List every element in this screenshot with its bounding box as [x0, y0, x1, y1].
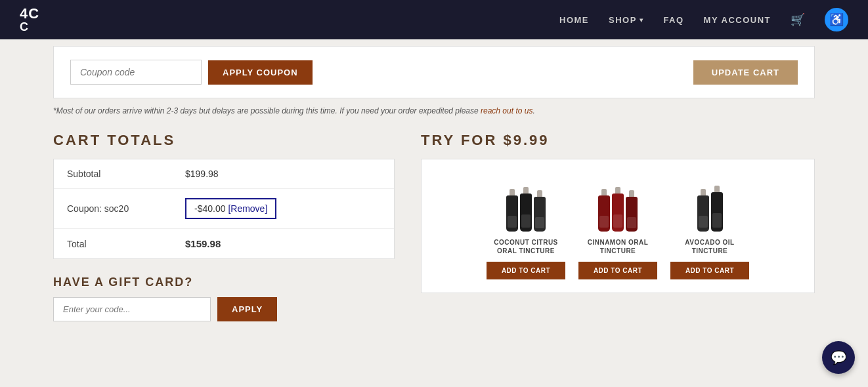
product-card-3: AVOCADO OIL TINCTURE ADD TO CART — [670, 173, 749, 279]
nav-my-account[interactable]: MY ACCOUNT — [704, 15, 771, 25]
accessibility-button[interactable]: ♿ — [825, 8, 848, 31]
coupon-discount: -$40.00 — [194, 203, 225, 214]
nav-home[interactable]: HOME — [559, 15, 589, 25]
bottom-section: CART TOTALS Subtotal $199.98 Coupon: soc… — [53, 132, 815, 321]
coupon-bar-wrapper: APPLY COUPON UPDATE CART — [53, 46, 815, 98]
product-name-3: AVOCADO OIL TINCTURE — [670, 238, 749, 255]
apply-coupon-button[interactable]: APPLY COUPON — [208, 60, 313, 85]
nav-shop[interactable]: SHOP ▾ — [609, 15, 643, 25]
gift-card-apply-button[interactable]: APPLY — [217, 297, 277, 321]
notice-text: *Most of our orders arrive within 2-3 da… — [53, 106, 815, 115]
subtotal-label: Subtotal — [67, 169, 185, 179]
totals-table: Subtotal $199.98 Coupon: soc20 -$40.00 [… — [53, 159, 395, 259]
coupon-bar: APPLY COUPON UPDATE CART — [70, 60, 798, 85]
bottle-group-1 — [506, 187, 546, 232]
gift-card-row: APPLY — [53, 297, 395, 321]
try-section: TRY FOR $9.99 — [421, 132, 815, 321]
bottle-group-3 — [697, 186, 723, 232]
remove-coupon-link[interactable]: [Remove] — [228, 203, 267, 214]
update-cart-button[interactable]: UPDATE CART — [693, 60, 798, 85]
nav-links: HOME SHOP ▾ FAQ MY ACCOUNT 🛒 ♿ — [559, 8, 848, 31]
subtotal-row: Subtotal $199.98 — [54, 159, 394, 189]
add-to-cart-3[interactable]: ADD TO CART — [670, 262, 749, 279]
products-box: COCONUT CITRUS ORAL TINCTURE ADD TO CART — [421, 159, 815, 293]
coupon-row: Coupon: soc20 -$40.00 [Remove] — [54, 189, 394, 229]
gift-card-section: HAVE A GIFT CARD? APPLY — [53, 275, 395, 321]
gift-card-title: HAVE A GIFT CARD? — [53, 275, 395, 289]
product-image-1 — [496, 173, 555, 232]
notice-before-link: *Most of our orders arrive within 2-3 da… — [53, 106, 481, 115]
add-to-cart-2[interactable]: ADD TO CART — [578, 262, 657, 279]
product-card-2: CINNAMON ORAL TINCTURE ADD TO CART — [578, 173, 657, 279]
chevron-down-icon: ▾ — [640, 16, 644, 24]
product-image-3 — [680, 173, 739, 232]
add-to-cart-1[interactable]: ADD TO CART — [487, 262, 565, 279]
coupon-input[interactable] — [70, 60, 202, 85]
product-card-1: COCONUT CITRUS ORAL TINCTURE ADD TO CART — [487, 173, 565, 279]
product-name-1: COCONUT CITRUS ORAL TINCTURE — [487, 238, 565, 255]
coupon-value-box: -$40.00 [Remove] — [185, 198, 276, 219]
cart-totals-section: CART TOTALS Subtotal $199.98 Coupon: soc… — [53, 132, 395, 321]
product-name-2: CINNAMON ORAL TINCTURE — [578, 238, 657, 255]
total-row: Total $159.98 — [54, 229, 394, 258]
total-value: $159.98 — [185, 238, 221, 249]
bottle-group-2 — [598, 187, 638, 232]
total-label: Total — [67, 239, 185, 249]
cart-icon[interactable]: 🛒 — [791, 12, 805, 27]
logo[interactable]: 4C C — [20, 7, 39, 33]
chat-button[interactable]: 💬 — [822, 341, 855, 374]
navigation: 4C C HOME SHOP ▾ FAQ MY ACCOUNT 🛒 ♿ — [0, 0, 868, 39]
cart-totals-title: CART TOTALS — [53, 132, 395, 149]
product-image-2 — [588, 173, 647, 232]
subtotal-value: $199.98 — [185, 169, 219, 179]
coupon-label: Coupon: soc20 — [67, 203, 185, 214]
notice-link[interactable]: reach out to us — [481, 106, 532, 115]
gift-card-input[interactable] — [53, 297, 211, 321]
try-title: TRY FOR $9.99 — [421, 132, 815, 149]
nav-faq[interactable]: FAQ — [663, 15, 684, 25]
notice-after-link: . — [532, 106, 534, 115]
